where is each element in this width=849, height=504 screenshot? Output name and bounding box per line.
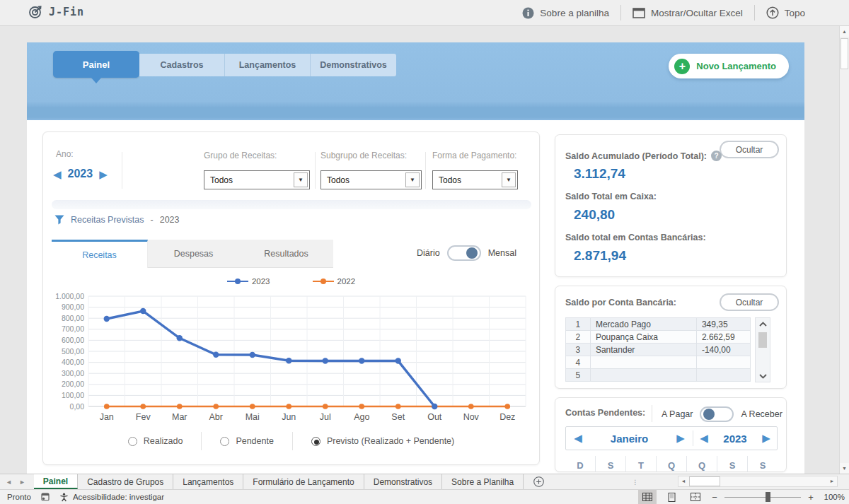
radio-divider — [292, 432, 293, 450]
dropdown-arrow-icon[interactable]: ▼ — [405, 172, 420, 187]
sheet-tab-cadastro-de-grupos[interactable]: Cadastro de Grupos — [78, 474, 173, 489]
table-scroll-thumb[interactable] — [758, 332, 767, 348]
dropdown-arrow-icon[interactable]: ▼ — [502, 172, 516, 187]
scroll-down-arrow[interactable]: ▼ — [840, 463, 849, 474]
table-row[interactable]: 1Mercado Pago349,35 — [566, 318, 751, 331]
bank-balance-label: Saldo total em Contas Bancárias: — [565, 233, 706, 242]
page-layout-view-button[interactable] — [662, 490, 681, 504]
window-vertical-scrollbar[interactable]: ▲ ▼ — [839, 26, 849, 474]
group-filter-dropdown[interactable]: Todos ▼ — [204, 170, 310, 189]
toggle-excel-button[interactable]: Mostrar/Ocultar Excel — [633, 8, 743, 18]
toggle-knob — [466, 247, 478, 259]
radio-previsto[interactable]: Previsto (Realizado + Pendente) — [311, 436, 454, 446]
scroll-up-arrow[interactable]: ▲ — [840, 26, 849, 37]
period-toggle-switch[interactable] — [447, 245, 481, 261]
top-button[interactable]: Topo — [766, 6, 805, 19]
plus-circle-icon — [533, 476, 544, 487]
nav-tab-lancamentos[interactable]: Lançamentos — [225, 54, 311, 76]
macro-record-icon[interactable] — [41, 493, 50, 501]
day-header: D — [565, 456, 596, 472]
scroll-down-chevron[interactable] — [756, 370, 770, 382]
account-name — [590, 356, 696, 369]
zoom-slider-thumb[interactable] — [766, 492, 770, 502]
nav-tab-label: Painel — [83, 59, 110, 70]
nav-tab-painel[interactable]: Painel — [53, 51, 139, 78]
sheet-prev-arrow[interactable]: ◄ — [6, 479, 12, 486]
svg-text:Jul: Jul — [320, 412, 331, 422]
legend-item-2023: 2023 — [227, 277, 270, 286]
day-header: Q — [657, 456, 687, 472]
zoom-level[interactable]: 100% — [821, 493, 845, 501]
section-separator: - — [151, 215, 154, 225]
pending-toggle-switch[interactable] — [700, 406, 734, 422]
hide-summary-button[interactable]: Ocultar — [720, 141, 779, 158]
sheet-tab-formulario[interactable]: Formulário de Lançamento — [243, 474, 364, 489]
table-row[interactable]: 2Poupança Caixa2.662,59 — [566, 331, 751, 344]
balance-summary-card: Ocultar Saldo Acumulado (Período Total):… — [555, 134, 787, 277]
svg-text:Out: Out — [427, 412, 442, 422]
sheet-next-arrow[interactable]: ► — [19, 479, 25, 486]
payment-filter-dropdown[interactable]: Todos ▼ — [432, 170, 518, 189]
filter-divider — [315, 152, 316, 189]
tab-receitas[interactable]: Receitas — [52, 240, 148, 268]
hscroll-thumb[interactable] — [689, 476, 720, 486]
grid-view-icon — [642, 493, 652, 501]
table-row[interactable]: 3Santander-140,00 — [566, 344, 751, 356]
help-icon[interactable]: ? — [711, 151, 722, 161]
radio-pendente[interactable]: Pendente — [220, 436, 274, 446]
table-row[interactable]: 5 — [566, 369, 751, 382]
legend-label: 2022 — [337, 277, 356, 286]
vertical-scroll-thumb[interactable] — [841, 38, 848, 69]
radio-label: Previsto (Realizado + Pendente) — [327, 436, 454, 446]
scroll-up-chevron[interactable] — [756, 318, 770, 329]
new-entry-button[interactable]: + Novo Lançamento — [669, 54, 789, 78]
svg-text:Mar: Mar — [172, 412, 187, 422]
sheet-tab-demonstrativos[interactable]: Demonstrativos — [364, 474, 442, 489]
about-sheet-button[interactable]: Sobre a planilha — [522, 7, 609, 19]
status-right: − + 100% — [638, 490, 845, 504]
row-index: 3 — [566, 344, 591, 356]
svg-text:400,00: 400,00 — [62, 358, 84, 366]
year-filter-label: Ano: — [56, 149, 74, 159]
hscroll-right-arrow[interactable]: ► — [827, 476, 837, 486]
sheet-tab-lancamentos[interactable]: Lançamentos — [173, 474, 243, 489]
sheet-tab-sobre[interactable]: Sobre a Planilha — [442, 474, 524, 489]
accessibility-status[interactable]: Acessibilidade: investigar — [59, 493, 164, 502]
row-index: 5 — [566, 369, 591, 382]
year-next-arrow[interactable]: ▶ — [756, 432, 777, 445]
nav-tab-label: Demonstrativos — [320, 60, 386, 70]
zoom-slider[interactable] — [724, 490, 801, 504]
status-left: Pronto Acessibilidade: investigar — [7, 490, 164, 504]
hscroll-left-arrow[interactable]: ◄ — [678, 476, 688, 486]
month-prev-arrow[interactable]: ◀ — [566, 432, 590, 445]
accumulated-balance-label: Saldo Acumulado (Período Total): ? — [565, 151, 722, 161]
accessibility-icon — [59, 493, 69, 502]
year-prev-arrow[interactable]: ◀ — [693, 432, 715, 445]
radio-realizado[interactable]: Realizado — [128, 436, 183, 446]
year-prev-arrow[interactable]: ◀ — [53, 169, 62, 180]
legend-swatch — [227, 281, 248, 283]
table-scrollbar[interactable] — [755, 317, 770, 382]
subgroup-filter-dropdown[interactable]: Todos ▼ — [320, 170, 422, 189]
year-next-arrow[interactable]: ▶ — [99, 169, 108, 180]
table-row[interactable]: 4 — [566, 356, 751, 369]
sheet-tab-painel[interactable]: Painel — [34, 474, 78, 489]
tab-despesas[interactable]: Despesas — [148, 240, 239, 268]
sheet-splitter-handle[interactable]: ⋮ — [632, 474, 639, 489]
page-break-view-button[interactable] — [686, 490, 705, 504]
dropdown-arrow-icon[interactable]: ▼ — [294, 172, 308, 187]
nav-tab-demonstrativos[interactable]: Demonstrativos — [311, 54, 396, 76]
horizontal-scrollbar[interactable]: ◄ ► — [678, 476, 838, 487]
svg-text:500,00: 500,00 — [62, 347, 84, 356]
zoom-out-button[interactable]: − — [710, 492, 719, 503]
new-sheet-button[interactable] — [524, 474, 554, 489]
zoom-in-button[interactable]: + — [807, 492, 815, 503]
tab-resultados[interactable]: Resultados — [239, 240, 333, 268]
month-next-arrow[interactable]: ▶ — [669, 432, 693, 445]
nav-tab-cadastros[interactable]: Cadastros — [139, 54, 225, 76]
row-index: 4 — [566, 356, 591, 369]
normal-view-button[interactable] — [638, 490, 657, 504]
hide-accounts-button[interactable]: Ocultar — [720, 293, 779, 311]
account-name: Santander — [590, 344, 696, 356]
day-header: S — [717, 456, 748, 472]
